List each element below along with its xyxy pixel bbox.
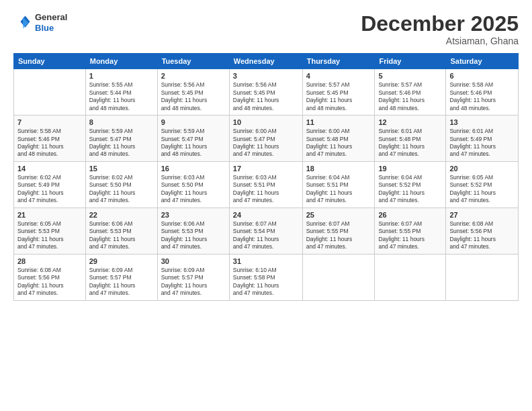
day-info: Sunrise: 6:07 AM Sunset: 5:55 PM Dayligh… (306, 220, 371, 251)
calendar-header-monday: Monday (85, 54, 157, 69)
day-info: Sunrise: 6:02 AM Sunset: 5:49 PM Dayligh… (17, 174, 82, 205)
calendar-cell: 11Sunrise: 6:00 AM Sunset: 5:48 PM Dayli… (302, 116, 375, 162)
logo: General Blue (13, 12, 67, 33)
calendar-week-2: 7Sunrise: 5:58 AM Sunset: 5:46 PM Daylig… (14, 116, 519, 162)
day-number: 20 (449, 165, 515, 173)
day-info: Sunrise: 5:59 AM Sunset: 5:47 PM Dayligh… (161, 128, 226, 158)
day-number: 18 (306, 165, 371, 173)
calendar-header-sunday: Sunday (14, 54, 86, 69)
calendar-cell: 29Sunrise: 6:09 AM Sunset: 5:57 PM Dayli… (85, 254, 157, 300)
calendar-cell: 23Sunrise: 6:06 AM Sunset: 5:53 PM Dayli… (157, 208, 229, 254)
day-info: Sunrise: 6:00 AM Sunset: 5:47 PM Dayligh… (233, 128, 299, 158)
day-number: 7 (17, 118, 82, 126)
calendar-cell: 20Sunrise: 6:05 AM Sunset: 5:52 PM Dayli… (446, 161, 519, 208)
day-number: 9 (161, 118, 226, 126)
day-info: Sunrise: 5:56 AM Sunset: 5:45 PM Dayligh… (161, 81, 226, 112)
calendar-header-tuesday: Tuesday (157, 54, 229, 69)
calendar-cell: 30Sunrise: 6:09 AM Sunset: 5:57 PM Dayli… (157, 254, 229, 300)
day-number: 6 (449, 72, 515, 80)
calendar-cell: 22Sunrise: 6:06 AM Sunset: 5:53 PM Dayli… (85, 208, 157, 254)
calendar-cell: 1Sunrise: 5:55 AM Sunset: 5:44 PM Daylig… (85, 69, 157, 116)
day-info: Sunrise: 6:04 AM Sunset: 5:52 PM Dayligh… (378, 174, 442, 205)
day-info: Sunrise: 6:04 AM Sunset: 5:51 PM Dayligh… (306, 174, 371, 205)
calendar-cell: 19Sunrise: 6:04 AM Sunset: 5:52 PM Dayli… (375, 161, 446, 208)
day-info: Sunrise: 6:06 AM Sunset: 5:53 PM Dayligh… (89, 220, 154, 251)
calendar-cell (446, 254, 519, 300)
calendar-cell: 3Sunrise: 5:56 AM Sunset: 5:45 PM Daylig… (229, 69, 302, 116)
day-number: 23 (161, 211, 226, 219)
day-info: Sunrise: 5:59 AM Sunset: 5:47 PM Dayligh… (89, 128, 154, 158)
day-number: 30 (161, 257, 226, 265)
day-number: 31 (233, 257, 299, 265)
day-number: 15 (89, 165, 154, 173)
day-info: Sunrise: 5:57 AM Sunset: 5:45 PM Dayligh… (306, 81, 371, 112)
day-number: 28 (17, 257, 82, 265)
calendar-cell: 7Sunrise: 5:58 AM Sunset: 5:46 PM Daylig… (14, 116, 86, 162)
title-block: December 2025 Atsiaman, Ghana (361, 12, 519, 46)
day-number: 10 (233, 118, 299, 126)
day-info: Sunrise: 5:57 AM Sunset: 5:46 PM Dayligh… (378, 81, 442, 112)
calendar-cell: 13Sunrise: 6:01 AM Sunset: 5:49 PM Dayli… (446, 116, 519, 162)
calendar-cell: 6Sunrise: 5:58 AM Sunset: 5:46 PM Daylig… (446, 69, 519, 116)
day-info: Sunrise: 6:03 AM Sunset: 5:51 PM Dayligh… (233, 174, 299, 205)
calendar-week-4: 21Sunrise: 6:05 AM Sunset: 5:53 PM Dayli… (14, 208, 519, 254)
day-info: Sunrise: 6:10 AM Sunset: 5:58 PM Dayligh… (233, 267, 299, 298)
day-number: 19 (378, 165, 442, 173)
calendar-cell: 10Sunrise: 6:00 AM Sunset: 5:47 PM Dayli… (229, 116, 302, 162)
calendar-header-wednesday: Wednesday (229, 54, 302, 69)
month-title: December 2025 (361, 12, 519, 36)
calendar-cell: 8Sunrise: 5:59 AM Sunset: 5:47 PM Daylig… (85, 116, 157, 162)
calendar-week-1: 1Sunrise: 5:55 AM Sunset: 5:44 PM Daylig… (14, 69, 519, 116)
logo-icon (13, 13, 32, 32)
calendar-cell: 31Sunrise: 6:10 AM Sunset: 5:58 PM Dayli… (229, 254, 302, 300)
day-info: Sunrise: 6:02 AM Sunset: 5:50 PM Dayligh… (89, 174, 154, 205)
calendar-cell (375, 254, 446, 300)
calendar-cell (302, 254, 375, 300)
calendar-cell: 9Sunrise: 5:59 AM Sunset: 5:47 PM Daylig… (157, 116, 229, 162)
subtitle: Atsiaman, Ghana (361, 36, 519, 46)
day-number: 26 (378, 211, 442, 219)
day-info: Sunrise: 6:06 AM Sunset: 5:53 PM Dayligh… (161, 220, 226, 251)
day-info: Sunrise: 6:09 AM Sunset: 5:57 PM Dayligh… (89, 267, 154, 298)
day-number: 29 (89, 257, 154, 265)
calendar-cell: 16Sunrise: 6:03 AM Sunset: 5:50 PM Dayli… (157, 161, 229, 208)
day-number: 2 (161, 72, 226, 80)
calendar-cell: 4Sunrise: 5:57 AM Sunset: 5:45 PM Daylig… (302, 69, 375, 116)
day-number: 24 (233, 211, 299, 219)
day-number: 25 (306, 211, 371, 219)
day-number: 8 (89, 118, 154, 126)
day-info: Sunrise: 6:08 AM Sunset: 5:56 PM Dayligh… (449, 220, 515, 251)
calendar-cell: 5Sunrise: 5:57 AM Sunset: 5:46 PM Daylig… (375, 69, 446, 116)
calendar-header-saturday: Saturday (446, 54, 519, 69)
calendar-cell: 18Sunrise: 6:04 AM Sunset: 5:51 PM Dayli… (302, 161, 375, 208)
calendar-cell: 28Sunrise: 6:08 AM Sunset: 5:56 PM Dayli… (14, 254, 86, 300)
calendar-cell: 26Sunrise: 6:07 AM Sunset: 5:55 PM Dayli… (375, 208, 446, 254)
day-number: 3 (233, 72, 299, 80)
calendar-week-5: 28Sunrise: 6:08 AM Sunset: 5:56 PM Dayli… (14, 254, 519, 300)
calendar-cell: 21Sunrise: 6:05 AM Sunset: 5:53 PM Dayli… (14, 208, 86, 254)
day-number: 1 (89, 72, 154, 80)
day-number: 5 (378, 72, 442, 80)
day-number: 11 (306, 118, 371, 126)
calendar-cell: 17Sunrise: 6:03 AM Sunset: 5:51 PM Dayli… (229, 161, 302, 208)
calendar-header-row: SundayMondayTuesdayWednesdayThursdayFrid… (14, 54, 519, 69)
calendar-header-friday: Friday (375, 54, 446, 69)
day-info: Sunrise: 6:07 AM Sunset: 5:54 PM Dayligh… (233, 220, 299, 251)
logo-blue: Blue (35, 23, 67, 34)
day-number: 16 (161, 165, 226, 173)
logo-general: General (35, 12, 67, 23)
day-info: Sunrise: 5:58 AM Sunset: 5:46 PM Dayligh… (17, 128, 82, 158)
calendar-cell: 2Sunrise: 5:56 AM Sunset: 5:45 PM Daylig… (157, 69, 229, 116)
day-number: 12 (378, 118, 442, 126)
day-info: Sunrise: 6:01 AM Sunset: 5:48 PM Dayligh… (378, 128, 442, 158)
day-info: Sunrise: 5:58 AM Sunset: 5:46 PM Dayligh… (449, 81, 515, 112)
day-number: 17 (233, 165, 299, 173)
day-number: 14 (17, 165, 82, 173)
day-info: Sunrise: 6:01 AM Sunset: 5:49 PM Dayligh… (449, 128, 515, 158)
header: General Blue December 2025 Atsiaman, Gha… (13, 12, 519, 46)
day-info: Sunrise: 5:56 AM Sunset: 5:45 PM Dayligh… (233, 81, 299, 112)
day-info: Sunrise: 5:55 AM Sunset: 5:44 PM Dayligh… (89, 81, 154, 112)
calendar-cell: 12Sunrise: 6:01 AM Sunset: 5:48 PM Dayli… (375, 116, 446, 162)
day-info: Sunrise: 6:03 AM Sunset: 5:50 PM Dayligh… (161, 174, 226, 205)
day-info: Sunrise: 6:08 AM Sunset: 5:56 PM Dayligh… (17, 267, 82, 298)
